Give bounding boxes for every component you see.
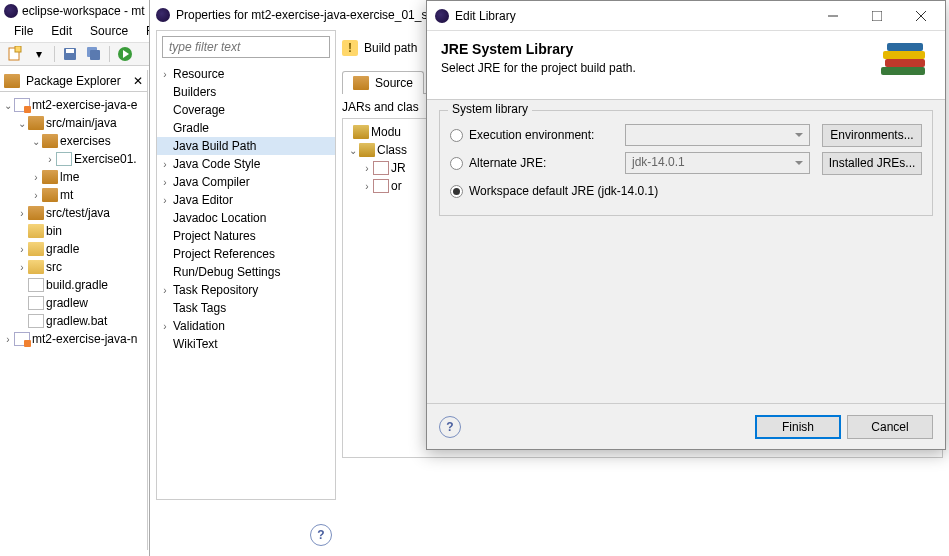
tree-exercise01[interactable]: Exercise01.: [74, 152, 137, 166]
radio-alternate-jre[interactable]: [450, 157, 463, 170]
expand-icon[interactable]: ›: [159, 159, 171, 170]
cat-task-repo[interactable]: Task Repository: [171, 283, 258, 297]
expand-icon[interactable]: ›: [16, 208, 28, 219]
new-dropdown[interactable]: ▾: [28, 44, 50, 64]
combo-execution-env[interactable]: [625, 124, 810, 146]
category-list[interactable]: ›Resource Builders Coverage Gradle Java …: [157, 63, 335, 355]
cancel-button[interactable]: Cancel: [847, 415, 933, 439]
source-folder-icon: [28, 116, 44, 130]
menu-file[interactable]: File: [6, 22, 41, 42]
cat-validation[interactable]: Validation: [171, 319, 225, 333]
project-tree[interactable]: ⌄mt2-exercise-java-e ⌄src/main/java ⌄exe…: [0, 92, 147, 348]
cat-java-code-style[interactable]: Java Code Style: [171, 157, 260, 171]
tree-project-1[interactable]: mt2-exercise-java-e: [32, 98, 137, 112]
option-execution-env[interactable]: Execution environment: Environments...: [450, 121, 922, 149]
tree-src-main[interactable]: src/main/java: [46, 116, 117, 130]
cat-gradle[interactable]: Gradle: [171, 121, 209, 135]
java-file-icon: [56, 152, 72, 166]
cat-java-compiler[interactable]: Java Compiler: [171, 175, 250, 189]
expand-icon[interactable]: ›: [30, 190, 42, 201]
cat-wikitext[interactable]: WikiText: [171, 337, 218, 351]
expand-icon[interactable]: ›: [361, 163, 373, 174]
cat-resource[interactable]: Resource: [171, 67, 224, 81]
tab-source[interactable]: Source: [342, 71, 424, 94]
tree-exercises[interactable]: exercises: [60, 134, 111, 148]
expand-icon[interactable]: ›: [44, 154, 56, 165]
tree-lme[interactable]: lme: [60, 170, 79, 184]
cat-java-editor[interactable]: Java Editor: [171, 193, 233, 207]
radio-workspace-default[interactable]: [450, 185, 463, 198]
expand-icon[interactable]: ›: [361, 181, 373, 192]
help-icon[interactable]: ?: [439, 416, 461, 438]
cat-builders[interactable]: Builders: [171, 85, 216, 99]
expand-icon[interactable]: ⌄: [2, 100, 14, 111]
tree-project-2[interactable]: mt2-exercise-java-n: [32, 332, 137, 346]
help-icon[interactable]: ?: [310, 524, 332, 546]
expand-icon[interactable]: ›: [159, 285, 171, 296]
save-all-button[interactable]: [83, 44, 105, 64]
menu-edit[interactable]: Edit: [43, 22, 80, 42]
installed-jres-button[interactable]: Installed JREs...: [822, 152, 922, 175]
radio-execution-env[interactable]: [450, 129, 463, 142]
expand-icon[interactable]: ⌄: [16, 118, 28, 129]
group-title: System library: [448, 102, 532, 116]
package-explorer-title: Package Explorer: [26, 74, 121, 88]
jt-jre[interactable]: JR: [391, 161, 406, 175]
expand-icon[interactable]: ›: [159, 321, 171, 332]
save-button[interactable]: [59, 44, 81, 64]
option-alternate-jre[interactable]: Alternate JRE: jdk-14.0.1 Installed JREs…: [450, 149, 922, 177]
help-row: ?: [310, 524, 332, 546]
cat-project-natures[interactable]: Project Natures: [171, 229, 256, 243]
minimize-button[interactable]: [811, 2, 855, 30]
eclipse-icon: [4, 4, 18, 18]
tree-build-gradle[interactable]: build.gradle: [46, 278, 108, 292]
expand-icon[interactable]: ›: [2, 334, 14, 345]
expand-icon[interactable]: ›: [159, 69, 171, 80]
warning-icon: !: [342, 40, 358, 56]
close-button[interactable]: [899, 2, 943, 30]
cat-coverage[interactable]: Coverage: [171, 103, 225, 117]
books-icon: [875, 41, 931, 85]
option-workspace-default[interactable]: Workspace default JRE (jdk-14.0.1): [450, 177, 922, 205]
expand-icon[interactable]: ›: [30, 172, 42, 183]
tree-bin[interactable]: bin: [46, 224, 62, 238]
tree-gradle[interactable]: gradle: [46, 242, 79, 256]
expand-icon[interactable]: ›: [159, 177, 171, 188]
expand-icon[interactable]: ⌄: [30, 136, 42, 147]
combo-alternate-jre[interactable]: jdk-14.0.1: [625, 152, 810, 174]
tab-source-label: Source: [375, 76, 413, 90]
jt-classpath[interactable]: Class: [377, 143, 407, 157]
cat-project-references[interactable]: Project References: [171, 247, 275, 261]
edit-title-bar[interactable]: Edit Library: [427, 1, 945, 31]
new-button[interactable]: [4, 44, 26, 64]
label-execution-env: Execution environment:: [469, 128, 619, 142]
tree-mt[interactable]: mt: [60, 188, 73, 202]
svg-rect-15: [887, 43, 923, 51]
expand-icon[interactable]: ›: [159, 195, 171, 206]
package-explorer: Package Explorer ✕ ⌄mt2-exercise-java-e …: [0, 70, 148, 550]
cat-run-debug[interactable]: Run/Debug Settings: [171, 265, 280, 279]
expand-icon[interactable]: ⌄: [347, 145, 359, 156]
menu-source[interactable]: Source: [82, 22, 136, 42]
tree-src-test[interactable]: src/test/java: [46, 206, 110, 220]
cat-javadoc[interactable]: Javadoc Location: [171, 211, 266, 225]
tree-src[interactable]: src: [46, 260, 62, 274]
expand-icon[interactable]: ›: [16, 244, 28, 255]
folder-icon: [28, 242, 44, 256]
cat-java-build-path[interactable]: Java Build Path: [171, 139, 256, 153]
finish-button[interactable]: Finish: [755, 415, 841, 439]
toolbar-separator: [54, 46, 55, 62]
environments-button[interactable]: Environments...: [822, 124, 922, 147]
tree-gradlew-bat[interactable]: gradlew.bat: [46, 314, 107, 328]
run-button[interactable]: [114, 44, 136, 64]
svg-rect-1: [15, 46, 21, 52]
module-icon: [353, 125, 369, 139]
jt-or[interactable]: or: [391, 179, 402, 193]
maximize-button[interactable]: [855, 2, 899, 30]
cat-task-tags[interactable]: Task Tags: [171, 301, 226, 315]
filter-input[interactable]: [162, 36, 330, 58]
expand-icon[interactable]: ›: [16, 262, 28, 273]
tree-gradlew[interactable]: gradlew: [46, 296, 88, 310]
close-view-icon[interactable]: ✕: [133, 74, 143, 88]
jt-module[interactable]: Modu: [371, 125, 401, 139]
